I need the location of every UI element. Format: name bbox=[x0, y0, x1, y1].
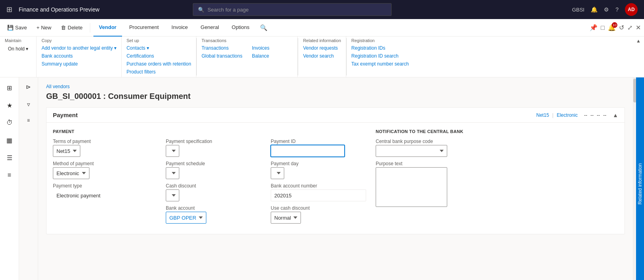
purpose-text-group: Purpose text bbox=[376, 161, 618, 208]
electronic-badge[interactable]: Electronic bbox=[557, 112, 578, 118]
card-body: PAYMENT Terms of payment Net15 Method of… bbox=[47, 123, 625, 234]
nav-recent-icon[interactable]: ⏱ bbox=[2, 116, 17, 130]
payment-schedule-select[interactable] bbox=[166, 167, 179, 179]
payment-section: PAYMENT Terms of payment Net15 Method of… bbox=[53, 129, 156, 228]
help-icon[interactable]: ? bbox=[615, 6, 619, 13]
delete-button[interactable]: 🗑 Delete bbox=[57, 22, 87, 33]
panel-icon[interactable]: □ bbox=[601, 24, 605, 31]
method-of-payment-group: Method of payment Electronic bbox=[53, 161, 156, 179]
add-vendor-link[interactable]: Add vendor to another legal entity ▾ bbox=[41, 44, 116, 52]
notification-icon[interactable]: 🔔 bbox=[591, 6, 597, 13]
central-bank-code-select[interactable] bbox=[376, 145, 447, 157]
payment-card: Payment Net15 | Electronic -- -- -- -- ▲… bbox=[46, 107, 625, 234]
avatar[interactable]: AD bbox=[625, 3, 638, 16]
grid-icon[interactable]: ⊞ bbox=[6, 5, 12, 14]
registration-ids-link[interactable]: Registration IDs bbox=[351, 44, 409, 52]
purpose-text-input[interactable] bbox=[376, 167, 447, 207]
right-panel-label: Related information bbox=[637, 160, 643, 208]
product-filters-link[interactable]: Product filters bbox=[126, 68, 191, 75]
use-cash-discount-select[interactable]: Normal bbox=[271, 212, 301, 224]
terms-of-payment-label: Terms of payment bbox=[53, 139, 156, 144]
left-nav: ⊞ ★ ⏱ ▦ ☰ ≡ bbox=[0, 77, 19, 280]
payment-day-label: Payment day bbox=[271, 161, 366, 166]
payment-id-label: Payment ID bbox=[271, 139, 366, 144]
payment-spec-group: Payment specification bbox=[166, 139, 261, 157]
scrollbar-track bbox=[633, 77, 636, 280]
search-filter-icon[interactable]: 🔍 bbox=[260, 24, 268, 31]
use-cash-discount-label: Use cash discount bbox=[271, 205, 366, 211]
payment-type-group: Payment type Electronic payment bbox=[53, 183, 156, 201]
nav-menu-icon[interactable]: ≡ bbox=[2, 168, 17, 182]
new-button[interactable]: + New bbox=[33, 22, 56, 33]
settings-icon[interactable]: ⚙ bbox=[604, 6, 609, 13]
delete-icon: 🗑 bbox=[61, 25, 66, 31]
cash-discount-select[interactable] bbox=[166, 189, 179, 201]
filter-icon[interactable]: ⊳ bbox=[22, 81, 35, 93]
new-icon: + bbox=[37, 25, 40, 31]
contacts-link[interactable]: Contacts ▾ bbox=[126, 44, 191, 52]
tab-procurement[interactable]: Procurement bbox=[124, 19, 164, 37]
nav-workspaces-icon[interactable]: ▦ bbox=[2, 133, 17, 147]
vendor-search-link[interactable]: Vendor search bbox=[303, 52, 341, 60]
bank-account-select[interactable]: GBP OPER bbox=[166, 212, 206, 224]
bank-accounts-link[interactable]: Bank accounts bbox=[41, 52, 116, 60]
net15-badge[interactable]: Net15 bbox=[536, 112, 549, 118]
nav-modules-icon[interactable]: ☰ bbox=[2, 151, 17, 165]
notification-section-header: NOTIFICATION TO THE CENTRAL BANK bbox=[376, 129, 618, 134]
tab-general[interactable]: General bbox=[195, 19, 225, 37]
global-search-box[interactable]: 🔍 bbox=[193, 3, 392, 16]
payment-id-section: Payment ID Payment day Bank account numb… bbox=[271, 129, 366, 228]
payment-day-select[interactable] bbox=[271, 167, 284, 179]
filter-bar: ⊳ ▿ ≡ bbox=[19, 77, 38, 280]
balance-link[interactable]: Balance bbox=[252, 52, 293, 60]
tax-exempt-search-link[interactable]: Tax exempt number search bbox=[351, 60, 409, 68]
notification-section: NOTIFICATION TO THE CENTRAL BANK Central… bbox=[376, 129, 618, 228]
filter-funnel-icon[interactable]: ▿ bbox=[22, 98, 35, 111]
payment-spec-section: Payment specification Payment schedule C… bbox=[166, 129, 261, 228]
title-bar: ⊞ Finance and Operations Preview 🔍 GBSI … bbox=[0, 0, 644, 19]
tab-vendor[interactable]: Vendor bbox=[93, 19, 122, 37]
summary-update-link[interactable]: Summary update bbox=[41, 60, 116, 68]
registration-id-search-link[interactable]: Registration ID search bbox=[351, 52, 409, 60]
central-bank-code-group: Central bank purpose code bbox=[376, 139, 618, 157]
purchase-orders-link[interactable]: Purchase orders with retention bbox=[126, 60, 191, 68]
global-transactions-link[interactable]: Global transactions bbox=[202, 52, 242, 60]
save-button[interactable]: 💾 Save bbox=[3, 22, 31, 33]
bank-account-number-group: Bank account number 202015 bbox=[271, 183, 366, 201]
payment-spec-select[interactable] bbox=[166, 145, 179, 157]
notification-badge[interactable]: 🔔 10 bbox=[608, 24, 616, 31]
filter-lines-icon[interactable]: ≡ bbox=[22, 114, 35, 127]
on-hold-button[interactable]: On hold ▾ bbox=[5, 44, 31, 53]
bank-account-group: Bank account GBP OPER bbox=[166, 205, 261, 224]
purpose-text-label: Purpose text bbox=[376, 161, 618, 166]
certifications-link[interactable]: Certifications bbox=[126, 52, 191, 60]
bank-account-label: Bank account bbox=[166, 205, 261, 211]
card-badges: Net15 | Electronic -- -- -- -- ▲ bbox=[536, 112, 618, 118]
expand-icon[interactable]: ⤢ bbox=[627, 24, 632, 31]
collapse-ribbon-button[interactable]: ▲ bbox=[636, 38, 641, 44]
method-of-payment-select[interactable]: Electronic bbox=[53, 167, 89, 179]
refresh-icon[interactable]: ↺ bbox=[619, 24, 624, 31]
invoices-link[interactable]: Invoices bbox=[252, 44, 293, 52]
collapse-card-button[interactable]: ▲ bbox=[613, 112, 618, 118]
tab-options[interactable]: Options bbox=[226, 19, 255, 37]
global-search-input[interactable] bbox=[208, 7, 386, 13]
payment-id-input[interactable] bbox=[271, 145, 345, 157]
tab-invoice[interactable]: Invoice bbox=[166, 19, 193, 37]
pin-icon[interactable]: 📌 bbox=[590, 24, 597, 31]
right-panel[interactable]: Related information bbox=[636, 77, 644, 280]
page-title: GB_SI_000001 : Consumer Equipment bbox=[46, 92, 625, 101]
separator bbox=[90, 23, 90, 33]
payment-type-value: Electronic payment bbox=[53, 189, 156, 201]
on-hold-label: On hold ▾ bbox=[8, 46, 28, 52]
transactions-link[interactable]: Transactions bbox=[202, 44, 242, 52]
ribbon-group-copy-label: Copy bbox=[41, 38, 116, 43]
close-icon[interactable]: ✕ bbox=[636, 24, 641, 31]
breadcrumb[interactable]: All vendors bbox=[46, 84, 625, 89]
notification-count: 10 bbox=[612, 22, 617, 28]
nav-home-icon[interactable]: ⊞ bbox=[2, 81, 17, 95]
cash-discount-group: Cash discount bbox=[166, 183, 261, 201]
terms-of-payment-select[interactable]: Net15 bbox=[53, 145, 80, 157]
nav-favorites-icon[interactable]: ★ bbox=[2, 98, 17, 112]
vendor-requests-link[interactable]: Vendor requests bbox=[303, 44, 341, 52]
